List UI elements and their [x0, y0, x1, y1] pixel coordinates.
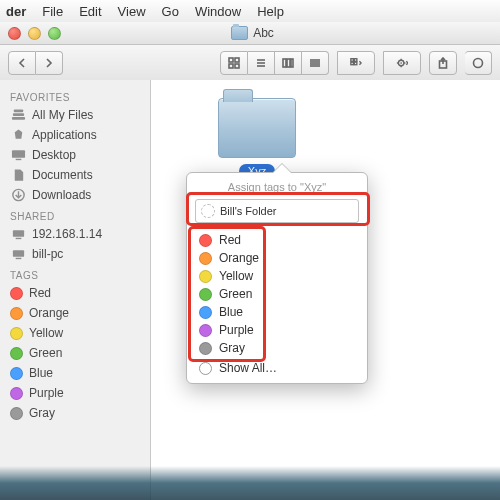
- tags-button[interactable]: [465, 51, 492, 75]
- tag-option-label: Orange: [219, 251, 259, 265]
- menu-file[interactable]: File: [42, 4, 63, 19]
- new-tag-icon: [201, 204, 215, 218]
- sidebar-item-shared-pc[interactable]: bill-pc: [0, 244, 150, 264]
- folder-icon: [218, 98, 296, 158]
- action-button[interactable]: [383, 51, 421, 75]
- network-pc-icon: [10, 247, 26, 261]
- view-column-button[interactable]: [275, 51, 302, 75]
- tag-option-gray[interactable]: Gray: [187, 339, 367, 357]
- tag-option-blue[interactable]: Blue: [187, 303, 367, 321]
- sidebar-head-shared: Shared: [0, 205, 150, 224]
- sidebar-item-applications[interactable]: Applications: [0, 125, 150, 145]
- tag-option-green[interactable]: Green: [187, 285, 367, 303]
- sidebar-tag-red[interactable]: Red: [0, 283, 150, 303]
- menu-view[interactable]: View: [118, 4, 146, 19]
- all-my-files-icon: [10, 108, 26, 122]
- minimize-window-button[interactable]: [28, 27, 41, 40]
- sidebar-tag-green[interactable]: Green: [0, 343, 150, 363]
- sidebar-item-label: Green: [29, 346, 62, 360]
- sidebar-item-label: Purple: [29, 386, 64, 400]
- menu-edit[interactable]: Edit: [79, 4, 101, 19]
- menu-help[interactable]: Help: [257, 4, 284, 19]
- tag-dot-icon: [10, 307, 23, 320]
- applications-icon: [10, 128, 26, 142]
- tag-dot-icon: [10, 367, 23, 380]
- svg-rect-35: [12, 230, 23, 237]
- forward-button[interactable]: [36, 51, 63, 75]
- sidebar-tag-orange[interactable]: Orange: [0, 303, 150, 323]
- tag-dot-icon: [10, 387, 23, 400]
- popover-title: Assign tags to "Xyz": [187, 181, 367, 193]
- sidebar-item-all-my-files[interactable]: All My Files: [0, 105, 150, 125]
- tag-option-purple[interactable]: Purple: [187, 321, 367, 339]
- tag-option-label: Red: [219, 233, 241, 247]
- tag-option-yellow[interactable]: Yellow: [187, 267, 367, 285]
- view-icon-button[interactable]: [220, 51, 248, 75]
- sidebar-tag-gray[interactable]: Gray: [0, 403, 150, 423]
- svg-rect-0: [229, 58, 233, 62]
- svg-rect-37: [12, 250, 23, 257]
- svg-point-20: [400, 62, 402, 64]
- sidebar-item-label: Orange: [29, 306, 69, 320]
- sidebar-item-label: Desktop: [32, 148, 76, 162]
- menu-go[interactable]: Go: [162, 4, 179, 19]
- tag-option-red[interactable]: Red: [187, 231, 367, 249]
- zoom-window-button[interactable]: [48, 27, 61, 40]
- svg-rect-29: [12, 113, 23, 116]
- toolbar: [0, 45, 500, 82]
- view-coverflow-button[interactable]: [302, 51, 329, 75]
- sidebar-item-downloads[interactable]: Downloads: [0, 185, 150, 205]
- sidebar-tag-blue[interactable]: Blue: [0, 363, 150, 383]
- svg-rect-9: [291, 59, 293, 67]
- folder-icon: [231, 26, 248, 40]
- menu-app[interactable]: der: [6, 4, 26, 19]
- desktop-icon: [10, 148, 26, 162]
- menubar: der File Edit View Go Window Help: [0, 0, 500, 23]
- tag-option-label: Gray: [219, 341, 245, 355]
- tag-option-orange[interactable]: Orange: [187, 249, 367, 267]
- network-drive-icon: [10, 227, 26, 241]
- sidebar-head-tags: Tags: [0, 264, 150, 283]
- svg-rect-2: [229, 64, 233, 68]
- close-window-button[interactable]: [8, 27, 21, 40]
- tag-dot-icon: [199, 252, 212, 265]
- sidebar-item-label: 192.168.1.14: [32, 227, 102, 241]
- titlebar: Abc: [0, 22, 500, 45]
- tag-input-value: Bill's Folder: [220, 205, 277, 217]
- svg-rect-36: [15, 238, 21, 239]
- arrange-button[interactable]: [337, 51, 375, 75]
- tag-list: RedOrangeYellowGreenBluePurpleGray: [187, 229, 367, 359]
- svg-rect-28: [13, 109, 22, 112]
- tag-dot-icon: [199, 306, 212, 319]
- tag-option-label: Green: [219, 287, 252, 301]
- show-all-label: Show All…: [219, 361, 277, 375]
- sidebar-item-documents[interactable]: Documents: [0, 165, 150, 185]
- sidebar-item-desktop[interactable]: Desktop: [0, 145, 150, 165]
- tag-input[interactable]: Bill's Folder: [195, 199, 359, 223]
- back-button[interactable]: [8, 51, 36, 75]
- view-switcher: [220, 51, 329, 75]
- sidebar-item-label: All My Files: [32, 108, 93, 122]
- tag-dot-icon: [10, 407, 23, 420]
- sidebar-item-label: Applications: [32, 128, 97, 142]
- svg-point-27: [474, 59, 483, 68]
- tag-dot-icon: [199, 288, 212, 301]
- dock-edge: [0, 466, 500, 500]
- share-button[interactable]: [429, 51, 457, 75]
- sidebar-item-label: Documents: [32, 168, 93, 182]
- sidebar-item-label: Downloads: [32, 188, 91, 202]
- tag-dot-icon: [10, 327, 23, 340]
- sidebar-head-favorites: Favorites: [0, 86, 150, 105]
- tag-dot-icon: [10, 287, 23, 300]
- show-all-tags[interactable]: Show All…: [187, 359, 367, 377]
- svg-rect-32: [15, 159, 21, 160]
- menu-window[interactable]: Window: [195, 4, 241, 19]
- downloads-icon: [10, 188, 26, 202]
- view-list-button[interactable]: [248, 51, 275, 75]
- tag-dot-icon: [199, 234, 212, 247]
- tag-dot-icon: [199, 270, 212, 283]
- svg-rect-1: [235, 58, 239, 62]
- sidebar-tag-purple[interactable]: Purple: [0, 383, 150, 403]
- sidebar-tag-yellow[interactable]: Yellow: [0, 323, 150, 343]
- sidebar-item-shared-ip[interactable]: 192.168.1.14: [0, 224, 150, 244]
